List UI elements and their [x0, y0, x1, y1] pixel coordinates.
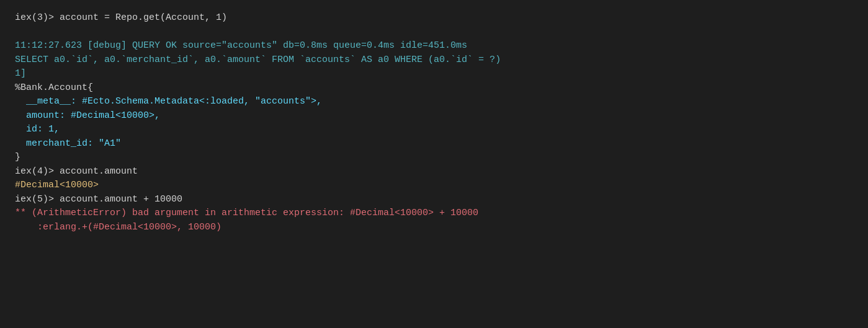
- line-debug-query: 11:12:27.623 [debug] QUERY OK source="ac…: [15, 39, 853, 53]
- line-error-main: ** (ArithmeticError) bad argument in ari…: [15, 206, 853, 221]
- line-struct-close: }: [15, 151, 853, 165]
- line-1: iex(3)> account = Repo.get(Account, 1): [15, 11, 853, 25]
- line-meta: __meta__: #Ecto.Schema.Metadata<:loaded,…: [15, 95, 853, 109]
- line-amount: amount: #Decimal<10000>,: [15, 109, 853, 123]
- line-sql: SELECT a0.`id`, a0.`merchant_id`, a0.`am…: [15, 53, 853, 68]
- line-iex4: iex(4)> account.amount: [15, 165, 853, 179]
- line-blank: [15, 25, 853, 40]
- line-decimal-result: #Decimal<10000>: [15, 179, 853, 193]
- terminal-output: iex(3)> account = Repo.get(Account, 1) 1…: [15, 11, 853, 234]
- line-params: 1]: [15, 67, 853, 81]
- line-id: id: 1,: [15, 123, 853, 137]
- line-merchant-id: merchant_id: "A1": [15, 137, 853, 151]
- line-error-trace: :erlang.+(#Decimal<10000>, 10000): [15, 221, 853, 235]
- line-struct-open: %Bank.Account{: [15, 81, 853, 95]
- line-iex5: iex(5)> account.amount + 10000: [15, 193, 853, 207]
